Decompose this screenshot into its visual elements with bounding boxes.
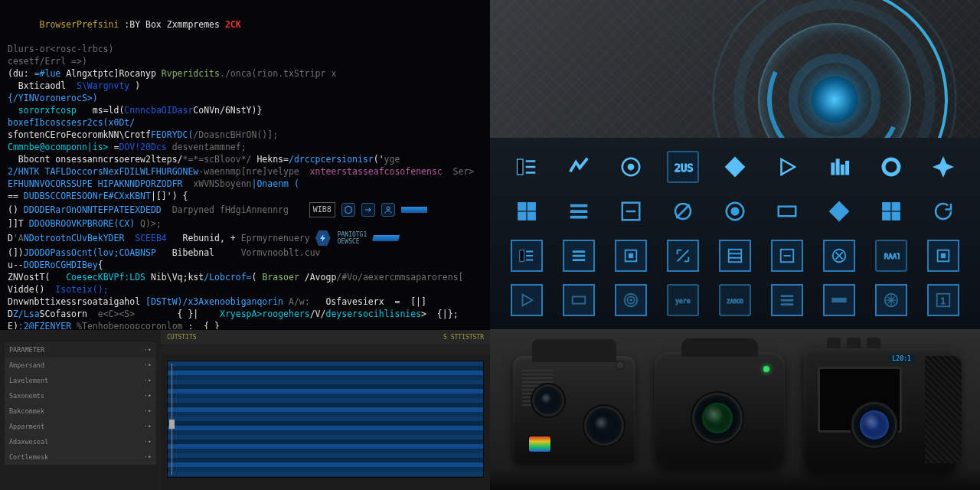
svg-rect-23: [520, 250, 524, 262]
palette-icon[interactable]: [615, 151, 647, 183]
track-row[interactable]: Bakcommek·•: [5, 403, 156, 419]
track-row[interactable]: Ampersand·•: [5, 358, 156, 373]
palette-icon[interactable]: [823, 151, 855, 183]
svg-rect-20: [892, 203, 900, 211]
device-tag: L20:1: [890, 354, 914, 363]
palette-icon[interactable]: [667, 195, 699, 227]
code-line: ZNVostT( CoesecKBVPf:LDS Nib\Vq;kst/Lobc…: [8, 271, 482, 283]
palette-icon[interactable]: RAAT: [875, 240, 907, 272]
palette-icon[interactable]: [875, 151, 907, 183]
palette-icon[interactable]: [875, 284, 907, 316]
palette-icon[interactable]: [511, 151, 543, 183]
track-meter-icon: ·•: [144, 407, 152, 415]
track-label: Cortlemesk: [9, 453, 48, 461]
palette-icon[interactable]: ZABOD: [719, 284, 751, 316]
badge: WIB8: [309, 202, 335, 217]
hud-panel: 2USRAATyereZABOD1: [490, 0, 980, 329]
track-label: Lavelement: [9, 377, 48, 384]
seq-status: S STTISTSTR: [443, 334, 484, 341]
palette-icon[interactable]: [771, 240, 803, 272]
device-showcase: L20:1: [490, 329, 980, 490]
palette-icon[interactable]: [563, 284, 595, 316]
palette-icon[interactable]: [511, 240, 543, 272]
palette-icon[interactable]: [563, 151, 595, 183]
track-meter-icon: ·•: [144, 377, 152, 384]
track-meter-icon: ·•: [144, 438, 152, 446]
track-row[interactable]: Saxonemts·•: [5, 388, 156, 403]
palette-icon[interactable]: [719, 195, 751, 227]
code-line: EFHUNNVOCORSSUPE HIPAKNNDPORZODFR xWVNSb…: [8, 178, 482, 190]
code-line: (du: =#lue Alngxtptc]Rocanyp Rvperidcits…: [8, 67, 482, 80]
palette-icon[interactable]: [563, 195, 595, 227]
palette-icon[interactable]: [823, 195, 855, 227]
code-line: boxefIbcoscsesr2cs(x0Dt/: [8, 116, 482, 129]
code-line: u--DODERoCGHDIBey{: [8, 259, 482, 271]
camera-device-2: [655, 352, 785, 467]
lcd-screen-icon: [818, 367, 902, 433]
track-row[interactable]: Apparment·•: [5, 419, 156, 434]
palette-icon[interactable]: [875, 195, 907, 227]
svg-rect-22: [892, 212, 900, 220]
track-label: PARAMETER: [9, 346, 44, 354]
track-list-header: [5, 336, 156, 339]
track-row[interactable]: PARAMETER·•: [5, 342, 156, 358]
palette-icon[interactable]: [719, 151, 751, 183]
code-line: Vidde() Isoteix();: [8, 283, 482, 296]
palette-icon[interactable]: [511, 195, 543, 227]
palette-icon[interactable]: [667, 240, 699, 272]
palette-icon[interactable]: [615, 195, 647, 227]
track-row[interactable]: Lavelement·•: [5, 373, 156, 388]
svg-text:1: 1: [940, 296, 946, 306]
track-list: PARAMETER·•Ampersand·•Lavelement·•Saxone…: [0, 330, 161, 490]
code-line: 2/HNTK TAFLDoccorsNexFDILWLFHURGONEw-wae…: [8, 165, 482, 178]
terminal-title: BrowserPrefsini :BY Box Zxmmpremes 2CK: [8, 6, 482, 43]
bolt-icon[interactable]: [315, 230, 332, 247]
camera-device-3: L20:1: [804, 348, 957, 471]
svg-point-9: [884, 159, 899, 175]
code-line: () DDODERarOnONNTEFPATEEXDEDD Darpyned f…: [8, 202, 482, 217]
palette-icon[interactable]: yere: [667, 284, 699, 316]
palette-icon[interactable]: 2US: [667, 151, 699, 183]
svg-rect-32: [573, 296, 586, 303]
playhead-icon[interactable]: [172, 364, 172, 475]
palette-icon[interactable]: [615, 284, 647, 316]
palette-icon[interactable]: [563, 240, 595, 272]
palette-icon[interactable]: [927, 240, 959, 272]
palette-icon[interactable]: [511, 284, 543, 316]
palette-icon[interactable]: [771, 195, 803, 227]
track-label: Apparment: [9, 423, 44, 430]
palette-icon[interactable]: [927, 151, 959, 183]
track-row[interactable]: Adaxweseal·•: [5, 434, 156, 449]
progress-bar-icon: [401, 207, 427, 213]
cube-icon[interactable]: [341, 203, 355, 217]
palette-icon[interactable]: [771, 284, 803, 316]
svg-rect-31: [941, 253, 946, 258]
arrow-right-icon[interactable]: [361, 203, 375, 217]
palette-icon[interactable]: [823, 284, 855, 316]
camera-device-1: [513, 356, 635, 463]
palette-icon[interactable]: 1: [927, 284, 959, 316]
svg-rect-8: [846, 162, 849, 175]
palette-icon[interactable]: [719, 240, 751, 272]
svg-rect-25: [629, 253, 633, 258]
svg-rect-13: [528, 212, 535, 220]
waveform-view[interactable]: CUTSTITS S STTISTSTR: [161, 330, 490, 490]
code-terminal: BrowserPrefsini :BY Box Zxmmpremes 2CK D…: [0, 0, 490, 329]
code-line: E):2@FZENYER %Tenhobenoopcoronlom ; { }: [8, 320, 482, 329]
sequencer-panel: PARAMETER·•Ampersand·•Lavelement·•Saxone…: [0, 329, 490, 490]
palette-icon[interactable]: [615, 240, 647, 272]
svg-point-0: [387, 207, 390, 210]
track-row[interactable]: Cortlemesk·•: [5, 449, 156, 465]
palette-icon[interactable]: [927, 195, 959, 227]
palette-icon[interactable]: [823, 240, 855, 272]
svg-text:yere: yere: [675, 297, 691, 305]
user-icon[interactable]: [381, 203, 395, 217]
code-line: ]]T DDOOBROOVKPBRORE(CX) Q)>;: [8, 217, 482, 230]
track-meter-icon: ·•: [144, 423, 152, 430]
code-line: Cmmnbe@ocomponn|is> =DOV!20Dcs desventam…: [8, 141, 482, 153]
svg-rect-26: [729, 250, 742, 263]
palette-icon[interactable]: [771, 151, 803, 183]
lens-icon: [694, 395, 740, 441]
track-meter-icon: ·•: [144, 346, 152, 354]
svg-rect-12: [518, 212, 526, 220]
